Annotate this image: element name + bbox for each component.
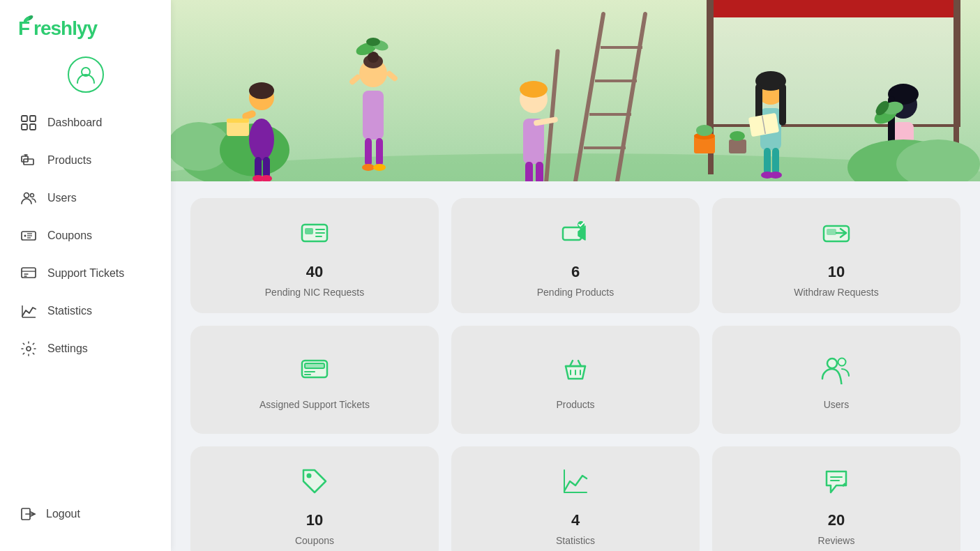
svg-rect-108 (305, 228, 313, 234)
hero-banner (171, 0, 980, 181)
chart-icon (560, 466, 591, 503)
avatar-area (0, 56, 171, 93)
stat-card-products[interactable]: Products (451, 326, 700, 434)
stat-card-coupons[interactable]: 10 Coupons (190, 446, 439, 551)
support-icon (20, 264, 38, 282)
settings-icon (20, 340, 38, 358)
svg-rect-115 (827, 229, 836, 235)
stat-card-users[interactable]: Users (712, 326, 960, 434)
nic-icon (299, 218, 330, 255)
stat-card-statistics[interactable]: 4 Statistics (451, 446, 700, 551)
main-content: 40 Pending NIC Requests 6 Pending Produc… (171, 0, 980, 551)
stat-card-reviews[interactable]: 20 Reviews (712, 446, 960, 551)
svg-point-14 (31, 194, 34, 197)
brand-logo: reshlyy F (17, 14, 107, 45)
svg-point-126 (827, 358, 837, 368)
stat-number: 10 (306, 511, 323, 529)
svg-rect-54 (376, 138, 383, 166)
svg-rect-20 (22, 268, 36, 278)
stat-label: Coupons (295, 535, 334, 546)
logout-button[interactable]: Logout (17, 498, 154, 530)
svg-point-16 (24, 235, 27, 237)
sidebar-item-dashboard[interactable]: Dashboard (8, 105, 163, 140)
stat-number: 10 (828, 263, 845, 281)
svg-rect-40 (255, 157, 262, 178)
svg-rect-44 (363, 91, 384, 139)
stat-label: Reviews (818, 535, 855, 546)
svg-point-106 (730, 131, 745, 141)
sidebar-item-users[interactable]: Users (8, 181, 163, 216)
stat-label: Pending Products (537, 287, 615, 298)
statistics-icon (20, 302, 38, 320)
sidebar-item-settings[interactable]: Settings (8, 331, 163, 366)
svg-point-88 (769, 172, 782, 179)
stat-card-pending-products[interactable]: 6 Pending Products (451, 198, 700, 313)
sidebar: reshlyy F (0, 0, 171, 551)
svg-rect-118 (305, 363, 324, 368)
stat-label: Users (824, 399, 850, 410)
stat-label: Withdraw Requests (794, 287, 878, 298)
svg-rect-6 (30, 116, 36, 121)
sidebar-item-products[interactable]: Products (8, 143, 163, 178)
svg-point-34 (249, 119, 274, 160)
avatar (68, 56, 104, 93)
svg-rect-75 (708, 0, 959, 17)
svg-rect-53 (365, 138, 372, 166)
sidebar-item-coupons[interactable]: Coupons (8, 218, 163, 253)
svg-point-55 (362, 164, 375, 171)
logout-label: Logout (46, 508, 80, 520)
users-card-icon (821, 354, 852, 391)
svg-rect-86 (772, 148, 779, 174)
stat-label: Statistics (556, 535, 595, 546)
dashboard-icon (20, 114, 38, 132)
sidebar-item-support-tickets[interactable]: Support Tickets (8, 256, 163, 291)
svg-rect-82 (779, 84, 786, 126)
products-icon (20, 151, 38, 169)
logout-icon (20, 505, 38, 523)
svg-text:reshlyy: reshlyy (33, 17, 98, 39)
logout-area: Logout (0, 498, 171, 530)
sidebar-item-label: Coupons (47, 229, 92, 242)
svg-point-56 (373, 164, 386, 171)
sidebar-item-label: Products (47, 154, 91, 167)
stat-number: 20 (828, 511, 845, 529)
svg-point-36 (249, 82, 274, 99)
sidebar-item-label: Settings (47, 342, 88, 355)
svg-point-128 (307, 474, 312, 478)
svg-rect-69 (536, 162, 543, 181)
svg-rect-5 (22, 116, 27, 121)
svg-rect-39 (227, 119, 249, 123)
stat-number: 4 (571, 511, 580, 529)
svg-point-26 (27, 347, 31, 351)
withdraw-icon (821, 218, 852, 255)
svg-rect-73 (708, 0, 959, 126)
stat-label: Pending NIC Requests (265, 287, 364, 298)
users-icon (20, 189, 38, 207)
sidebar-item-label: Support Tickets (47, 267, 124, 280)
sidebar-item-label: Dashboard (47, 116, 102, 129)
review-icon (821, 466, 852, 503)
logo-area: reshlyy F (0, 14, 171, 56)
basket-icon (560, 354, 591, 391)
hero-illustration (171, 0, 980, 181)
sidebar-item-label: Users (47, 192, 77, 204)
svg-point-13 (24, 193, 29, 198)
sidebar-item-label: Statistics (47, 305, 92, 317)
stat-number: 40 (306, 263, 323, 281)
svg-rect-85 (764, 148, 771, 174)
stat-card-support-tickets[interactable]: Assigned Support Tickets (190, 326, 439, 434)
svg-rect-41 (263, 157, 270, 178)
sidebar-item-statistics[interactable]: Statistics (8, 294, 163, 329)
svg-point-104 (696, 125, 713, 136)
tag-icon (299, 466, 330, 503)
stat-label: Assigned Support Tickets (259, 399, 370, 410)
svg-rect-63 (523, 119, 544, 164)
stat-label: Products (556, 399, 594, 410)
svg-rect-8 (30, 124, 36, 130)
stat-card-pending-nic[interactable]: 40 Pending NIC Requests (190, 198, 439, 313)
stat-card-withdraw-requests[interactable]: 10 Withdraw Requests (712, 198, 960, 313)
stat-number: 6 (571, 263, 580, 281)
svg-rect-7 (22, 124, 27, 130)
pending-products-icon (560, 218, 591, 255)
svg-point-127 (838, 358, 846, 366)
